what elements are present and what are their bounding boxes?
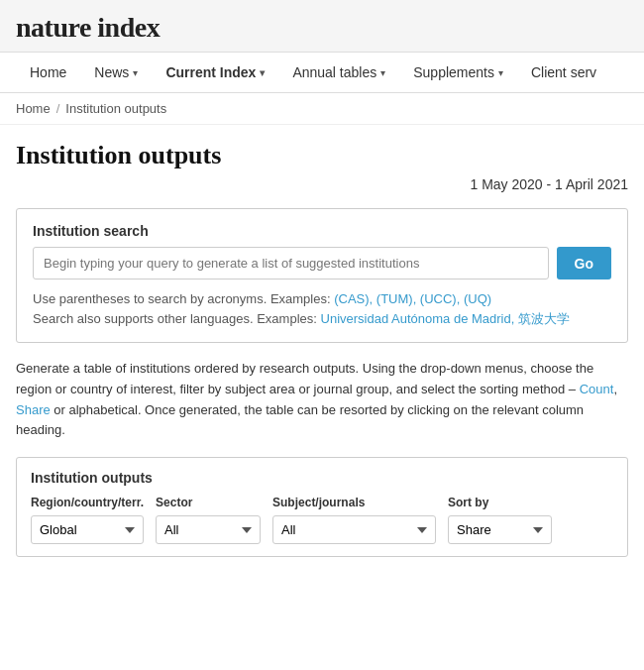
- nav-label-client-serv: Client serv: [531, 64, 596, 80]
- filter-select-sortby[interactable]: Share Count Alphabetical: [448, 515, 552, 544]
- filter-select-region[interactable]: Global Americas Europe Asia-Pacific: [31, 515, 144, 544]
- page-title: Institution outputs: [16, 141, 628, 170]
- filter-select-sector[interactable]: All Government Academic Corporate: [156, 515, 261, 544]
- breadcrumb: Home / Institution outputs: [0, 93, 644, 125]
- nav-label-supplements: Supplements: [413, 64, 494, 80]
- outputs-box: Institution outputs Region/country/terr.…: [16, 457, 628, 557]
- nav-item-home[interactable]: Home: [16, 53, 80, 92]
- share-link[interactable]: Share: [16, 402, 51, 417]
- filter-group-sortby: Sort by Share Count Alphabetical: [448, 496, 552, 544]
- site-logo: nature index: [16, 12, 160, 43]
- filter-label-sortby: Sort by: [448, 496, 552, 509]
- outputs-title: Institution outputs: [31, 470, 613, 486]
- breadcrumb-separator: /: [56, 101, 60, 116]
- hint-acronyms-link[interactable]: (CAS), (TUM), (UCC), (UQ): [334, 291, 491, 306]
- filter-label-region: Region/country/terr.: [31, 496, 144, 509]
- hint-examples-link[interactable]: Universidad Autónoma de Madrid, 筑波大学: [321, 311, 570, 326]
- nav-item-annual-tables[interactable]: Annual tables ▾: [278, 53, 399, 92]
- breadcrumb-current: Institution outputs: [65, 101, 166, 116]
- nav-label-current-index: Current Index: [165, 64, 256, 80]
- go-button[interactable]: Go: [557, 247, 611, 279]
- search-hint: Use parentheses to search by acronyms. E…: [33, 289, 611, 328]
- description-suffix: or alphabetical. Once generated, the tab…: [16, 402, 584, 438]
- nav-item-client-serv[interactable]: Client serv: [517, 53, 610, 92]
- nav-label-news: News: [94, 64, 129, 80]
- description: Generate a table of institutions ordered…: [16, 359, 628, 441]
- hint-line2-prefix: Search also supports other languages. Ex…: [33, 311, 317, 326]
- chevron-down-icon: ▾: [133, 67, 138, 78]
- filter-group-sector: Sector All Government Academic Corporate: [156, 496, 261, 544]
- breadcrumb-home[interactable]: Home: [16, 101, 51, 116]
- description-comma: ,: [613, 382, 617, 396]
- filter-label-sector: Sector: [156, 496, 261, 509]
- logo-bar: nature index: [0, 0, 644, 53]
- search-box: Institution search Go Use parentheses to…: [16, 208, 628, 343]
- filter-label-subject: Subject/journals: [272, 496, 436, 509]
- search-label: Institution search: [33, 223, 611, 239]
- filter-group-subject: Subject/journals All Chemistry Physics L…: [272, 496, 436, 544]
- nav-item-current-index[interactable]: Current Index ▾: [152, 53, 278, 92]
- filters-row: Region/country/terr. Global Americas Eur…: [31, 496, 613, 544]
- chevron-down-icon: ▾: [380, 67, 385, 78]
- nav-label-annual-tables: Annual tables: [292, 64, 376, 80]
- nav-bar: Home News ▾ Current Index ▾ Annual table…: [0, 53, 644, 93]
- search-row: Go: [33, 247, 611, 279]
- filter-select-subject[interactable]: All Chemistry Physics Life Sciences Eart…: [272, 515, 436, 544]
- chevron-down-icon: ▾: [260, 67, 265, 78]
- filter-group-region: Region/country/terr. Global Americas Eur…: [31, 496, 144, 544]
- hint-prefix: Use parentheses to search by acronyms. E…: [33, 291, 331, 306]
- date-range: 1 May 2020 - 1 April 2021: [16, 176, 628, 192]
- nav-item-news[interactable]: News ▾: [80, 53, 152, 92]
- description-prefix: Generate a table of institutions ordered…: [16, 361, 593, 396]
- page-content: Institution outputs 1 May 2020 - 1 April…: [0, 125, 644, 573]
- count-link[interactable]: Count: [580, 382, 614, 396]
- nav-item-supplements[interactable]: Supplements ▾: [399, 53, 517, 92]
- chevron-down-icon: ▾: [498, 67, 503, 78]
- nav-label-home: Home: [30, 64, 66, 80]
- search-input[interactable]: [33, 247, 549, 279]
